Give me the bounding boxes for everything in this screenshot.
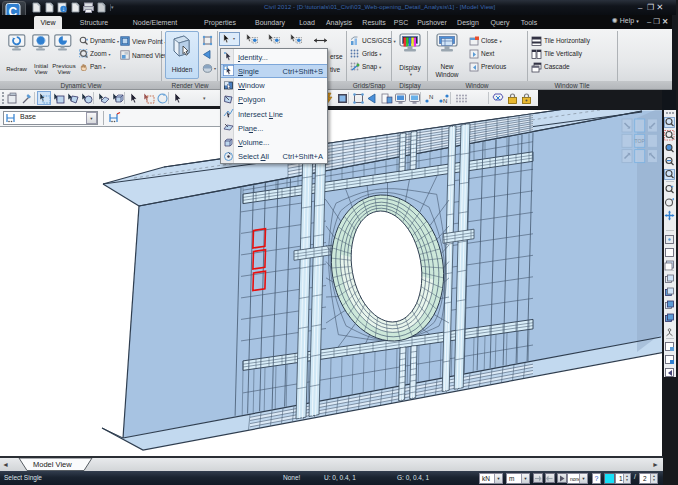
svg-text:N: N	[429, 94, 433, 100]
svg-text:↓: ↓	[62, 6, 65, 12]
svg-text:N: N	[443, 98, 447, 104]
svg-text:+: +	[86, 36, 89, 42]
svg-text:+: +	[671, 184, 674, 189]
svg-text:TOP: TOP	[635, 138, 646, 144]
